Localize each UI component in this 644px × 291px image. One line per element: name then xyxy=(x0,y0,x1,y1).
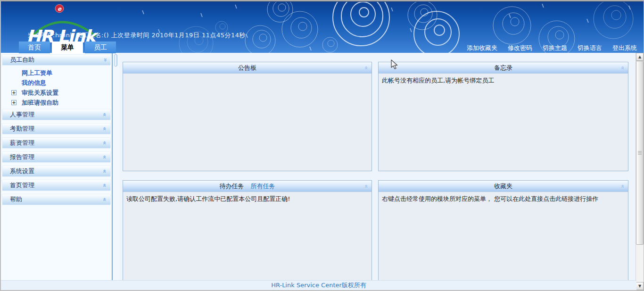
sidebar-section-help[interactable]: 帮助 « xyxy=(2,194,111,205)
splitter-handle[interactable] xyxy=(114,54,117,67)
sidebar-item-my-info[interactable]: 我的信息 xyxy=(2,78,111,88)
memo-body: 此帐号没有相应的员工,请为帐号绑定员工 xyxy=(379,74,628,88)
chevron-double-up-icon: « xyxy=(101,127,107,131)
panel-title: 备忘录 xyxy=(494,64,512,72)
chevron-double-up-icon: « xyxy=(101,198,107,201)
utility-links: 添加收藏夹 修改密码 切换主题 切换语言 登出系统 xyxy=(467,44,637,52)
panel-todo-tasks: 待办任务 所有任务 « 读取公司配置失败,请确认工作流中已配置本公司且配置正确! xyxy=(123,180,372,281)
tab-home[interactable]: 首页 xyxy=(19,42,50,53)
plus-box-icon[interactable]: + xyxy=(11,100,17,105)
switch-theme-link[interactable]: 切换主题 xyxy=(543,44,567,52)
scrollbar-thumb[interactable] xyxy=(636,61,644,245)
logo-e-letter: e xyxy=(58,6,62,12)
employee-self-submenu: 网上工资单 我的信息 + 审批关系设置 + 加班请假自助 xyxy=(2,68,111,108)
main-tabs: 首页 菜单 员工 xyxy=(19,42,116,54)
collapse-panel-icon[interactable]: « xyxy=(363,66,369,70)
panel-bulletin-board: 公告板 « xyxy=(123,62,372,171)
footer-bar: HR-Link Service Center版权所有 xyxy=(1,280,636,290)
sidebar-menu: 员工自助 « 网上工资单 我的信息 + 审批关系设置 + 加班请假自助 人事管理… xyxy=(1,53,113,282)
sidebar-section-homepage-management[interactable]: 首页管理 « xyxy=(2,180,111,191)
change-password-link[interactable]: 修改密码 xyxy=(508,44,532,52)
chevron-double-up-icon: « xyxy=(101,169,107,173)
panel-favorites: 收藏夹 « 右键点击经常使用的模块所对应的菜单， 您可以在此处直接点击此链接进行… xyxy=(378,180,628,281)
sidebar-section-attendance[interactable]: 考勤管理 « xyxy=(2,123,111,134)
add-favorite-link[interactable]: 添加收藏夹 xyxy=(467,44,497,52)
scroll-down-button[interactable]: ▼ xyxy=(636,282,644,290)
favorites-header: 收藏夹 « xyxy=(379,181,628,192)
logout-link[interactable]: 登出系统 xyxy=(612,44,637,52)
chevron-double-up-icon: « xyxy=(101,183,107,187)
bulletin-board-header: 公告板 « xyxy=(123,62,372,74)
favorites-body: 右键点击经常使用的模块所对应的菜单， 您可以在此处直接点击此链接进行操作 xyxy=(379,192,628,206)
sidebar-item-online-payslip[interactable]: 网上工资单 xyxy=(2,68,111,78)
sidebar-section-reports[interactable]: 报告管理 « xyxy=(2,151,111,163)
sidebar-section-hr-management[interactable]: 人事管理 « xyxy=(2,109,111,120)
chevron-double-down-icon: « xyxy=(101,58,107,62)
copyright-text: HR-Link Service Center版权所有 xyxy=(271,281,366,290)
plus-box-icon[interactable]: + xyxy=(11,90,17,95)
top-banner: 当前用户:hrlink 员工姓名:() 上次登录时间 2010年1月19日 11… xyxy=(1,1,644,53)
panel-title: 收藏夹 xyxy=(494,182,512,191)
collapse-panel-icon[interactable]: « xyxy=(620,184,626,188)
collapse-panel-icon[interactable]: « xyxy=(363,184,369,188)
sidebar-section-system-settings[interactable]: 系统设置 « xyxy=(2,166,111,177)
panel-title: 待办任务 xyxy=(220,182,244,191)
hrlink-app-window: 当前用户:hrlink 员工姓名:() 上次登录时间 2010年1月19日 11… xyxy=(0,0,644,291)
all-tasks-link[interactable]: 所有任务 xyxy=(251,182,275,191)
todo-tasks-header: 待办任务 所有任务 « xyxy=(123,181,372,192)
switch-language-link[interactable]: 切换语言 xyxy=(578,44,602,52)
memo-header: 备忘录 « xyxy=(379,62,628,74)
scroll-up-button[interactable]: ▲ xyxy=(636,53,644,61)
sidebar-section-employee-self[interactable]: 员工自助 « xyxy=(2,54,111,66)
sidebar-item-overtime-leave[interactable]: + 加班请假自助 xyxy=(2,98,111,108)
chevron-double-up-icon: « xyxy=(101,141,107,145)
scrollbar-grip xyxy=(638,150,642,156)
dashboard-content: 公告板 « 备忘录 « 此帐号没有相应的员工,请为帐号绑定员工 待办任务 所有任… xyxy=(119,53,636,282)
sidebar-section-payroll[interactable]: 薪资管理 « xyxy=(2,137,111,149)
sidebar-item-approval-relations[interactable]: + 审批关系设置 xyxy=(2,88,111,98)
vertical-scrollbar[interactable]: ▲ ▼ xyxy=(636,53,644,290)
bulletin-board-body xyxy=(123,74,372,78)
collapse-panel-icon[interactable]: « xyxy=(620,66,626,70)
panel-memo: 备忘录 « 此帐号没有相应的员工,请为帐号绑定员工 xyxy=(378,62,628,171)
chevron-double-up-icon: « xyxy=(101,155,107,159)
chevron-double-up-icon: « xyxy=(101,113,107,116)
sidebar-splitter[interactable] xyxy=(113,53,119,282)
tab-menu[interactable]: 菜单 xyxy=(52,42,83,54)
todo-tasks-body: 读取公司配置失败,请确认工作流中已配置本公司且配置正确! xyxy=(123,192,372,206)
tab-employee[interactable]: 员工 xyxy=(85,42,116,53)
panel-title: 公告板 xyxy=(238,64,256,72)
